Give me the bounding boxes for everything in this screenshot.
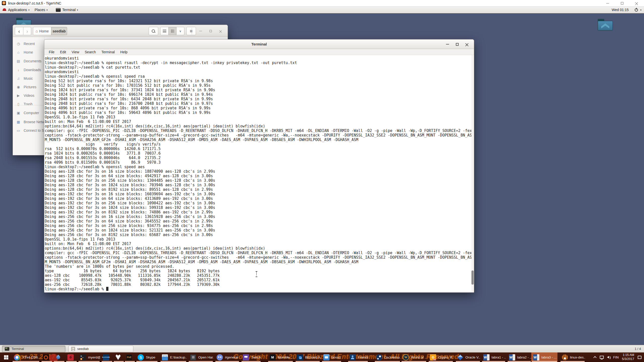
hardware-monitor-icon bbox=[190, 354, 196, 360]
terminal-scrollbar-handle[interactable] bbox=[471, 270, 474, 285]
taskbar-app-word-labra2[interactable]: W labra2 - ... bbox=[507, 352, 531, 362]
tray-volume-button[interactable] bbox=[607, 356, 610, 358]
friends-icon bbox=[349, 354, 356, 360]
applications-menu[interactable]: Applications bbox=[0, 7, 32, 13]
word-icon: W bbox=[533, 354, 539, 360]
system-menu[interactable] bbox=[631, 8, 644, 12]
vnc-maximize-button[interactable] bbox=[615, 0, 629, 7]
taskbar-app-flame-game[interactable] bbox=[41, 352, 53, 362]
taskbar-app-putty[interactable]: >_ myerd@h... bbox=[78, 352, 100, 362]
chevron-up-icon bbox=[593, 356, 596, 359]
tray-expand-button[interactable] bbox=[594, 356, 596, 358]
chrome-icon bbox=[14, 354, 20, 360]
document-icon: ▤ bbox=[16, 59, 21, 63]
breadcrumb-home[interactable]: ⌂ Home bbox=[33, 27, 51, 35]
taskbar-app-twitch[interactable]: Twitch bbox=[241, 352, 261, 362]
menu-help[interactable]: Help bbox=[117, 50, 130, 54]
taskbar-app-water-drop[interactable] bbox=[53, 352, 65, 362]
breadcrumb-current-folder[interactable]: seedlab bbox=[51, 27, 67, 35]
start-button[interactable] bbox=[0, 352, 12, 362]
panel-clock[interactable]: Wed 01:15 bbox=[609, 8, 631, 12]
desktop-folder-icon[interactable] bbox=[598, 19, 613, 30]
tray-language-indicator[interactable]: FIN bbox=[613, 355, 619, 359]
taskbar-app-file-explorer[interactable]: E:\backup... bbox=[160, 352, 187, 362]
pictures-icon: ◉ bbox=[16, 85, 21, 89]
vnc-minimize-button[interactable] bbox=[600, 0, 615, 7]
gnome-top-panel: Applications Places Terminal Wed 01:15 bbox=[0, 7, 644, 13]
taskbar-app-skype[interactable]: S Skype bbox=[136, 352, 158, 362]
home-icon: ⌂ bbox=[35, 29, 38, 33]
action-center-button[interactable] bbox=[638, 356, 641, 359]
videos-icon: ▶ bbox=[16, 94, 21, 98]
menu-terminal[interactable]: Terminal bbox=[99, 50, 117, 54]
taskbar-app-red-emblem[interactable]: 6 bbox=[66, 352, 77, 362]
taskbar-app-mumble[interactable]: M Mumble ... bbox=[268, 352, 293, 362]
tray-network-button[interactable] bbox=[600, 356, 604, 359]
distro-menu-icon bbox=[3, 8, 6, 11]
view-mode-switcher: ∨ bbox=[160, 27, 184, 35]
view-options-button[interactable]: ∨ bbox=[176, 27, 184, 35]
taskbar-app-open-hardware-monitor[interactable]: Open Har... bbox=[188, 352, 213, 362]
list-view-button[interactable] bbox=[160, 27, 168, 35]
active-app-menu[interactable]: Terminal bbox=[53, 7, 81, 13]
fm-minimize-button[interactable] bbox=[195, 31, 206, 31]
menu-search[interactable]: Search bbox=[82, 50, 99, 54]
window-list-item-seedlab[interactable]: seedlab bbox=[68, 346, 133, 352]
taskbar-app-path-of-exile[interactable]: PoE bbox=[124, 352, 135, 362]
taskbar-app-discord[interactable]: #general ... bbox=[215, 352, 239, 362]
taskbar-app-tigervnc[interactable]: linux-des... bbox=[560, 352, 585, 362]
chevron-down-icon: ∨ bbox=[179, 29, 181, 33]
taskbar-app-word-labra3[interactable]: W labra3 - ... bbox=[531, 352, 557, 362]
terminal-close-button[interactable] bbox=[462, 43, 471, 46]
tray-clock[interactable]: 1:15 AM 5/3/2017 bbox=[622, 353, 634, 361]
search-icon bbox=[152, 29, 155, 33]
search-button[interactable] bbox=[149, 27, 158, 35]
taskbar-app-fox[interactable] bbox=[113, 352, 124, 362]
terminal-output-text: okurandomviesti linux-desktop7:~/seedlab… bbox=[45, 56, 472, 291]
vnc-window-title: linux-desktop7.cc.tut.fi - TigerVNC bbox=[8, 1, 61, 5]
taskbar-app-blizzard[interactable]: Blizzard A... bbox=[295, 352, 320, 362]
taskbar-app-world-of-warcraft[interactable]: W World of ... bbox=[401, 352, 427, 362]
taskbar-app-virtualbox[interactable]: Oracle V... bbox=[455, 352, 480, 362]
downloads-icon: ↓ bbox=[16, 68, 21, 72]
list-view-icon bbox=[163, 30, 166, 32]
tigervnc-icon bbox=[562, 354, 568, 360]
taskbar-app-steam[interactable]: DaJutetsu... bbox=[374, 352, 400, 362]
fm-close-button[interactable] bbox=[216, 30, 226, 33]
terminal-titlebar[interactable]: Terminal bbox=[44, 39, 474, 49]
terminal-output-area[interactable]: okurandomviesti linux-desktop7:~/seedlab… bbox=[44, 55, 474, 292]
network-icon bbox=[600, 356, 604, 359]
back-button[interactable]: ‹ bbox=[15, 27, 23, 35]
twitch-icon bbox=[243, 354, 249, 360]
menu-view[interactable]: View bbox=[69, 50, 82, 54]
speaker-icon bbox=[607, 356, 609, 358]
vnc-close-button[interactable] bbox=[629, 0, 644, 7]
taskbar-app-friends[interactable]: Friends bbox=[348, 352, 368, 362]
music-icon: ♫ bbox=[16, 76, 21, 80]
taskbar-app-crypto-pdf[interactable]: G Crypto_P... bbox=[428, 352, 453, 362]
menu-file[interactable]: File bbox=[46, 50, 57, 54]
word-icon: W bbox=[509, 354, 515, 360]
menu-edit[interactable]: Edit bbox=[57, 50, 69, 54]
terminal-maximize-button[interactable] bbox=[452, 43, 462, 46]
vnc-window-titlebar: linux-desktop7.cc.tut.fi - TigerVNC bbox=[0, 0, 644, 7]
terminal-scrollbar[interactable] bbox=[471, 55, 474, 292]
wow-icon: W bbox=[403, 354, 409, 360]
grid-view-button[interactable] bbox=[168, 27, 176, 35]
terminal-menubar: File Edit View Search Terminal Help bbox=[44, 49, 474, 55]
taskbar-app-chrome[interactable]: YTk4 (256... bbox=[12, 352, 40, 362]
taskbar-app-word-labra1[interactable]: W labra1 - ... bbox=[481, 352, 506, 362]
taskbar-app-battlenet[interactable]: BLIZZARD bbox=[101, 352, 113, 362]
places-menu[interactable]: Places bbox=[32, 7, 50, 13]
putty-terminal-icon: >_ bbox=[80, 354, 86, 360]
divider bbox=[14, 105, 43, 105]
terminal-window: Terminal File Edit View Search Terminal … bbox=[44, 39, 474, 293]
terminal-icon bbox=[5, 347, 9, 351]
forward-button[interactable]: › bbox=[23, 27, 31, 35]
fm-maximize-button[interactable] bbox=[206, 30, 216, 32]
taskbar-app-bosso-chat[interactable]: bosso bbox=[321, 352, 342, 362]
screen: linux-desktop7.cc.tut.fi - TigerVNC Appl… bbox=[0, 0, 644, 362]
terminal-minimize-button[interactable] bbox=[443, 44, 452, 44]
workspace-indicator[interactable]: 1 / 4 bbox=[635, 347, 641, 351]
window-list-item-terminal[interactable]: Terminal bbox=[2, 346, 65, 352]
